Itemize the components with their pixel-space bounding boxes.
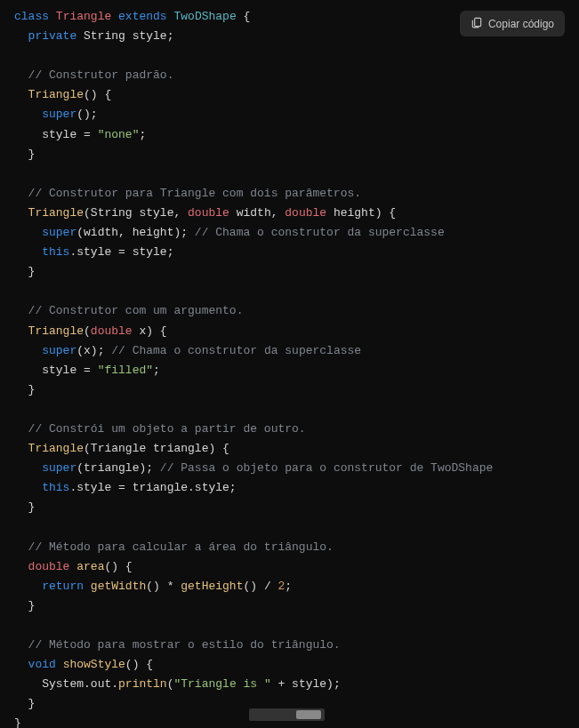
comment: // Construtor com um argumento. xyxy=(28,304,244,317)
keyword-void: void xyxy=(28,658,56,671)
keyword-super: super xyxy=(42,461,76,475)
keyword-this: this xyxy=(42,245,69,259)
method-showstyle: showStyle xyxy=(56,658,125,671)
extends-class: TwoDShape xyxy=(173,10,236,23)
keyword-extends: extends xyxy=(118,10,167,23)
comment: // Método para calcular a área do triâng… xyxy=(28,540,334,554)
copy-code-button[interactable]: Copiar código xyxy=(460,11,565,36)
method-area: area xyxy=(69,560,104,573)
string-literal: "filled" xyxy=(98,364,153,377)
code-content: class Triangle extends TwoDShape { priva… xyxy=(14,7,565,728)
keyword-double: double xyxy=(188,206,229,220)
svg-rect-0 xyxy=(475,18,481,26)
class-name: Triangle xyxy=(56,10,111,23)
keyword-double: double xyxy=(285,206,326,220)
comment: // Construtor para Triangle com dois par… xyxy=(28,187,361,200)
comment: // Constrói um objeto a partir de outro. xyxy=(28,422,306,436)
string-literal: "none" xyxy=(98,128,140,141)
comment: // Chama o construtor da superclasse xyxy=(111,344,361,357)
keyword-double: double xyxy=(28,560,70,573)
comment: // Chama o construtor da superclasse xyxy=(195,226,445,239)
scrollbar-thumb[interactable] xyxy=(249,708,325,721)
code-block: Copiar código class Triangle extends Two… xyxy=(0,0,579,728)
constructor: Triangle xyxy=(28,324,84,338)
clipboard-icon xyxy=(470,16,483,31)
constructor: Triangle xyxy=(28,442,84,455)
comment: // Passa o objeto para o construtor de T… xyxy=(160,461,493,475)
keyword-private: private xyxy=(28,29,77,43)
comment: // Método para mostrar o estilo do triân… xyxy=(28,638,341,652)
copy-button-label: Copiar código xyxy=(488,18,554,30)
constructor: Triangle xyxy=(28,206,84,220)
constructor: Triangle xyxy=(28,88,84,101)
keyword-super: super xyxy=(42,108,76,121)
keyword-super: super xyxy=(42,226,76,239)
keyword-super: super xyxy=(42,344,76,357)
keyword-double: double xyxy=(91,324,133,338)
keyword-class: class xyxy=(14,10,49,23)
keyword-return: return xyxy=(42,580,84,593)
comment: // Construtor padrão. xyxy=(28,68,174,82)
string-literal: "Triangle is " xyxy=(173,677,270,691)
keyword-this: this xyxy=(42,481,69,494)
